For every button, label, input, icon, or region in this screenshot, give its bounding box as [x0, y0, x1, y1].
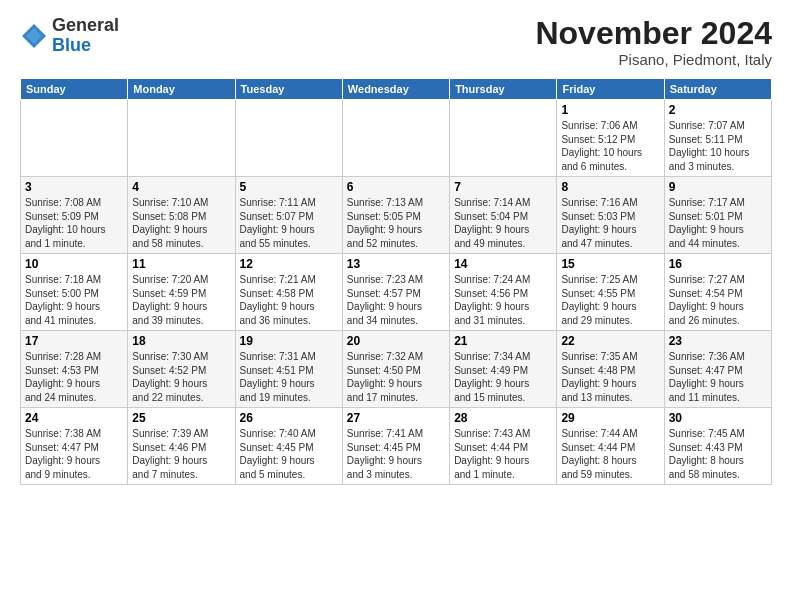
calendar-cell: 1Sunrise: 7:06 AM Sunset: 5:12 PM Daylig… [557, 100, 664, 177]
day-number: 9 [669, 180, 767, 194]
month-title: November 2024 [535, 16, 772, 51]
day-number: 10 [25, 257, 123, 271]
calendar-cell: 16Sunrise: 7:27 AM Sunset: 4:54 PM Dayli… [664, 254, 771, 331]
day-info: Sunrise: 7:38 AM Sunset: 4:47 PM Dayligh… [25, 427, 123, 481]
calendar-cell: 20Sunrise: 7:32 AM Sunset: 4:50 PM Dayli… [342, 331, 449, 408]
calendar-cell: 26Sunrise: 7:40 AM Sunset: 4:45 PM Dayli… [235, 408, 342, 485]
calendar-cell: 21Sunrise: 7:34 AM Sunset: 4:49 PM Dayli… [450, 331, 557, 408]
calendar-cell: 18Sunrise: 7:30 AM Sunset: 4:52 PM Dayli… [128, 331, 235, 408]
calendar-cell: 23Sunrise: 7:36 AM Sunset: 4:47 PM Dayli… [664, 331, 771, 408]
day-number: 30 [669, 411, 767, 425]
day-info: Sunrise: 7:08 AM Sunset: 5:09 PM Dayligh… [25, 196, 123, 250]
calendar-week-row-2: 3Sunrise: 7:08 AM Sunset: 5:09 PM Daylig… [21, 177, 772, 254]
calendar-header-row: Sunday Monday Tuesday Wednesday Thursday… [21, 79, 772, 100]
calendar-cell: 14Sunrise: 7:24 AM Sunset: 4:56 PM Dayli… [450, 254, 557, 331]
day-info: Sunrise: 7:11 AM Sunset: 5:07 PM Dayligh… [240, 196, 338, 250]
calendar-cell: 19Sunrise: 7:31 AM Sunset: 4:51 PM Dayli… [235, 331, 342, 408]
day-info: Sunrise: 7:44 AM Sunset: 4:44 PM Dayligh… [561, 427, 659, 481]
day-info: Sunrise: 7:45 AM Sunset: 4:43 PM Dayligh… [669, 427, 767, 481]
day-number: 27 [347, 411, 445, 425]
day-info: Sunrise: 7:41 AM Sunset: 4:45 PM Dayligh… [347, 427, 445, 481]
day-info: Sunrise: 7:39 AM Sunset: 4:46 PM Dayligh… [132, 427, 230, 481]
col-saturday: Saturday [664, 79, 771, 100]
day-info: Sunrise: 7:24 AM Sunset: 4:56 PM Dayligh… [454, 273, 552, 327]
day-info: Sunrise: 7:32 AM Sunset: 4:50 PM Dayligh… [347, 350, 445, 404]
day-info: Sunrise: 7:21 AM Sunset: 4:58 PM Dayligh… [240, 273, 338, 327]
col-wednesday: Wednesday [342, 79, 449, 100]
day-number: 1 [561, 103, 659, 117]
calendar-cell: 8Sunrise: 7:16 AM Sunset: 5:03 PM Daylig… [557, 177, 664, 254]
logo-general-text: General [52, 15, 119, 35]
logo-text: General Blue [52, 16, 119, 56]
day-number: 4 [132, 180, 230, 194]
day-number: 5 [240, 180, 338, 194]
day-info: Sunrise: 7:30 AM Sunset: 4:52 PM Dayligh… [132, 350, 230, 404]
day-number: 11 [132, 257, 230, 271]
day-info: Sunrise: 7:23 AM Sunset: 4:57 PM Dayligh… [347, 273, 445, 327]
day-info: Sunrise: 7:36 AM Sunset: 4:47 PM Dayligh… [669, 350, 767, 404]
day-info: Sunrise: 7:18 AM Sunset: 5:00 PM Dayligh… [25, 273, 123, 327]
calendar-cell: 4Sunrise: 7:10 AM Sunset: 5:08 PM Daylig… [128, 177, 235, 254]
day-number: 25 [132, 411, 230, 425]
day-number: 8 [561, 180, 659, 194]
col-sunday: Sunday [21, 79, 128, 100]
day-info: Sunrise: 7:25 AM Sunset: 4:55 PM Dayligh… [561, 273, 659, 327]
calendar-cell: 2Sunrise: 7:07 AM Sunset: 5:11 PM Daylig… [664, 100, 771, 177]
day-number: 21 [454, 334, 552, 348]
day-number: 15 [561, 257, 659, 271]
logo-blue-text: Blue [52, 35, 91, 55]
calendar-cell: 3Sunrise: 7:08 AM Sunset: 5:09 PM Daylig… [21, 177, 128, 254]
day-info: Sunrise: 7:06 AM Sunset: 5:12 PM Dayligh… [561, 119, 659, 173]
calendar-cell: 9Sunrise: 7:17 AM Sunset: 5:01 PM Daylig… [664, 177, 771, 254]
day-number: 19 [240, 334, 338, 348]
day-number: 7 [454, 180, 552, 194]
day-info: Sunrise: 7:10 AM Sunset: 5:08 PM Dayligh… [132, 196, 230, 250]
day-number: 23 [669, 334, 767, 348]
calendar-cell: 17Sunrise: 7:28 AM Sunset: 4:53 PM Dayli… [21, 331, 128, 408]
calendar-cell: 12Sunrise: 7:21 AM Sunset: 4:58 PM Dayli… [235, 254, 342, 331]
day-number: 24 [25, 411, 123, 425]
day-number: 3 [25, 180, 123, 194]
day-info: Sunrise: 7:13 AM Sunset: 5:05 PM Dayligh… [347, 196, 445, 250]
day-number: 16 [669, 257, 767, 271]
calendar-cell: 11Sunrise: 7:20 AM Sunset: 4:59 PM Dayli… [128, 254, 235, 331]
calendar-cell: 28Sunrise: 7:43 AM Sunset: 4:44 PM Dayli… [450, 408, 557, 485]
day-info: Sunrise: 7:34 AM Sunset: 4:49 PM Dayligh… [454, 350, 552, 404]
day-info: Sunrise: 7:40 AM Sunset: 4:45 PM Dayligh… [240, 427, 338, 481]
calendar-cell: 6Sunrise: 7:13 AM Sunset: 5:05 PM Daylig… [342, 177, 449, 254]
day-info: Sunrise: 7:07 AM Sunset: 5:11 PM Dayligh… [669, 119, 767, 173]
col-friday: Friday [557, 79, 664, 100]
day-number: 22 [561, 334, 659, 348]
calendar-cell: 22Sunrise: 7:35 AM Sunset: 4:48 PM Dayli… [557, 331, 664, 408]
logo: General Blue [20, 16, 119, 56]
day-number: 6 [347, 180, 445, 194]
day-number: 29 [561, 411, 659, 425]
day-info: Sunrise: 7:17 AM Sunset: 5:01 PM Dayligh… [669, 196, 767, 250]
day-info: Sunrise: 7:35 AM Sunset: 4:48 PM Dayligh… [561, 350, 659, 404]
col-thursday: Thursday [450, 79, 557, 100]
calendar-table: Sunday Monday Tuesday Wednesday Thursday… [20, 78, 772, 485]
day-number: 14 [454, 257, 552, 271]
calendar-week-row-1: 1Sunrise: 7:06 AM Sunset: 5:12 PM Daylig… [21, 100, 772, 177]
calendar-cell: 30Sunrise: 7:45 AM Sunset: 4:43 PM Dayli… [664, 408, 771, 485]
col-monday: Monday [128, 79, 235, 100]
location: Pisano, Piedmont, Italy [535, 51, 772, 68]
calendar-cell [235, 100, 342, 177]
day-info: Sunrise: 7:43 AM Sunset: 4:44 PM Dayligh… [454, 427, 552, 481]
calendar-cell: 15Sunrise: 7:25 AM Sunset: 4:55 PM Dayli… [557, 254, 664, 331]
day-info: Sunrise: 7:28 AM Sunset: 4:53 PM Dayligh… [25, 350, 123, 404]
day-number: 18 [132, 334, 230, 348]
calendar-cell: 24Sunrise: 7:38 AM Sunset: 4:47 PM Dayli… [21, 408, 128, 485]
day-info: Sunrise: 7:27 AM Sunset: 4:54 PM Dayligh… [669, 273, 767, 327]
calendar-week-row-3: 10Sunrise: 7:18 AM Sunset: 5:00 PM Dayli… [21, 254, 772, 331]
day-number: 12 [240, 257, 338, 271]
day-number: 17 [25, 334, 123, 348]
calendar-cell [450, 100, 557, 177]
calendar-cell [342, 100, 449, 177]
header: General Blue November 2024 Pisano, Piedm… [20, 16, 772, 68]
day-number: 28 [454, 411, 552, 425]
calendar-cell [128, 100, 235, 177]
calendar-week-row-5: 24Sunrise: 7:38 AM Sunset: 4:47 PM Dayli… [21, 408, 772, 485]
calendar-cell: 13Sunrise: 7:23 AM Sunset: 4:57 PM Dayli… [342, 254, 449, 331]
page: General Blue November 2024 Pisano, Piedm… [0, 0, 792, 612]
